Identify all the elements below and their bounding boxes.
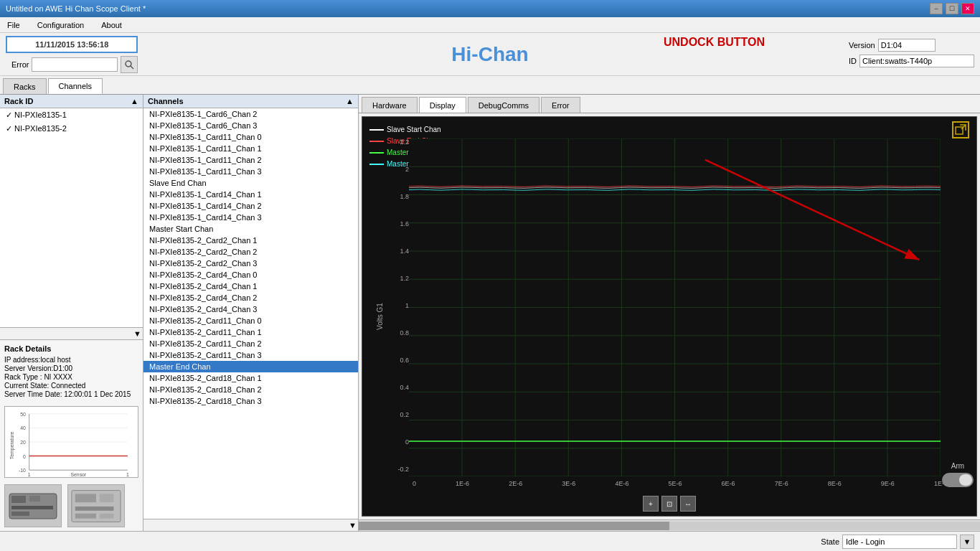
- channel-item[interactable]: NI-PXIe8135-1_Card14_Chan 2: [143, 200, 358, 212]
- svg-text:40: 40: [20, 425, 26, 430]
- rack-detail-2: Rack Type : NI XXXX: [4, 373, 138, 381]
- scope-scrollbar[interactable]: [359, 519, 980, 531]
- svg-rect-28: [75, 513, 96, 518]
- app-title: Hi-Chan: [451, 43, 528, 66]
- rack-id-label: Rack ID: [4, 97, 33, 105]
- svg-rect-21: [29, 496, 40, 501]
- status-dropdown-button[interactable]: ▼: [960, 534, 974, 549]
- channel-item[interactable]: NI-PXIe8135-1_Card6_Chan 2: [143, 108, 358, 120]
- version-input[interactable]: [878, 39, 936, 52]
- channel-item[interactable]: NI-PXIe8135-2_Card11_Chan 2: [143, 338, 358, 349]
- rack-details: Rack Details IP address:local host Serve…: [0, 339, 143, 403]
- pan-button[interactable]: ↔: [680, 496, 696, 512]
- svg-rect-20: [11, 496, 26, 503]
- error-search-button[interactable]: [121, 56, 138, 73]
- channel-item[interactable]: NI-PXIe8135-1_Card14_Chan 3: [143, 212, 358, 223]
- status-bar: State ▼: [0, 531, 980, 551]
- channel-item[interactable]: Slave End Chan: [143, 177, 358, 189]
- channels-list[interactable]: NI-PXIe8135-1_Card6_Chan 2NI-PXIe8135-1_…: [143, 108, 358, 519]
- channels-panel: Channels ▲ NI-PXIe8135-1_Card6_Chan 2NI-…: [143, 95, 358, 531]
- channel-item[interactable]: NI-PXIe8135-2_Card2_Chan 2: [143, 246, 358, 258]
- main-content: Rack ID ▲ ✓ NI-PXIe8135-1 ✓ NI-PXIe8135-…: [0, 95, 980, 531]
- x-axis: 0 1E-6 2E-6 3E-6 4E-6 5E-6 6E-6 7E-6 8E-…: [413, 480, 948, 487]
- svg-point-0: [126, 61, 131, 67]
- rack-scroll-down-icon[interactable]: ▼: [133, 329, 141, 338]
- tab-debugcomms[interactable]: DebugComms: [468, 97, 540, 113]
- svg-rect-27: [75, 506, 114, 510]
- svg-rect-29: [100, 513, 114, 518]
- error-area: Error: [11, 56, 138, 73]
- channel-item[interactable]: NI-PXIe8135-2_Card4_Chan 3: [143, 303, 358, 315]
- channel-item[interactable]: NI-PXIe8135-2_Card11_Chan 3: [143, 349, 358, 361]
- svg-rect-23: [11, 512, 29, 516]
- rack-list[interactable]: ✓ NI-PXIe8135-1 ✓ NI-PXIe8135-2: [0, 108, 143, 328]
- channel-item[interactable]: NI-PXIe8135-2_Card11_Chan 1: [143, 326, 358, 338]
- menu-configuration[interactable]: Configuration: [33, 19, 88, 31]
- channels-label: Channels: [148, 97, 184, 105]
- channel-item[interactable]: NI-PXIe8135-2_Card2_Chan 3: [143, 258, 358, 269]
- arm-toggle[interactable]: [942, 473, 974, 487]
- search-icon: [124, 60, 134, 70]
- channel-item[interactable]: NI-PXIe8135-2_Card11_Chan 0: [143, 315, 358, 326]
- id-label: ID: [849, 57, 857, 65]
- close-button[interactable]: ✕: [961, 3, 974, 14]
- arm-label: Arm: [951, 462, 964, 470]
- rack-item[interactable]: ✓ NI-PXIe8135-2: [0, 122, 143, 136]
- channels-scroll-down-icon[interactable]: ▼: [349, 521, 357, 529]
- rack-item[interactable]: ✓ NI-PXIe8135-1: [0, 108, 143, 122]
- channel-item[interactable]: Master End Chan: [143, 361, 358, 372]
- tab-hardware[interactable]: Hardware: [362, 97, 418, 113]
- scope-toolbar: + ⊡ ↔: [643, 496, 696, 512]
- status-input[interactable]: [842, 534, 957, 549]
- svg-text:1: 1: [126, 472, 129, 477]
- channel-item[interactable]: NI-PXIe8135-2_Card18_Chan 3: [143, 395, 358, 407]
- channel-item[interactable]: NI-PXIe8135-2_Card4_Chan 0: [143, 269, 358, 281]
- arm-section: Arm: [942, 462, 974, 487]
- tab-error[interactable]: Error: [541, 97, 580, 113]
- temperature-chart: 50 40 20 0 -10 1 1 Temper: [4, 406, 138, 478]
- rack-detail-4: Server Time Date: 12:00:01 1 Dec 2015: [4, 390, 138, 398]
- channel-item[interactable]: NI-PXIe8135-1_Card11_Chan 3: [143, 166, 358, 177]
- channels-header: Channels ▲: [143, 95, 358, 108]
- hardware-image-2: [67, 484, 125, 527]
- channel-item[interactable]: NI-PXIe8135-2_Card4_Chan 2: [143, 292, 358, 303]
- sub-tabs: Hardware Display DebugComms Error: [359, 95, 980, 113]
- channel-item[interactable]: NI-PXIe8135-1_Card11_Chan 1: [143, 143, 358, 154]
- undock-button[interactable]: [952, 121, 969, 138]
- zoom-fit-button[interactable]: ⊡: [661, 496, 677, 512]
- channels-scroll-up-icon[interactable]: ▲: [346, 97, 354, 105]
- right-panel: Hardware Display DebugComms Error Slave …: [359, 95, 980, 531]
- undock-annotation: UNDOCK BUTTON: [664, 36, 765, 49]
- menu-file[interactable]: File: [3, 19, 24, 31]
- tab-channels[interactable]: Channels: [48, 78, 103, 94]
- menu-about[interactable]: About: [97, 19, 126, 31]
- svg-rect-25: [75, 494, 96, 502]
- maximize-button[interactable]: ☐: [946, 3, 958, 14]
- tab-racks[interactable]: Racks: [3, 78, 47, 94]
- tab-display[interactable]: Display: [419, 97, 466, 113]
- id-input[interactable]: [859, 55, 974, 67]
- rack-channels-split: Rack ID ▲ ✓ NI-PXIe8135-1 ✓ NI-PXIe8135-…: [0, 95, 358, 531]
- error-label: Error: [11, 60, 29, 69]
- channel-item[interactable]: NI-PXIe8135-1_Card11_Chan 0: [143, 131, 358, 143]
- zoom-in-button[interactable]: +: [643, 496, 659, 512]
- channel-item[interactable]: NI-PXIe8135-2_Card18_Chan 1: [143, 372, 358, 384]
- window-controls: – ☐ ✕: [930, 3, 974, 14]
- channel-item[interactable]: Master Start Chan: [143, 223, 358, 235]
- channel-item[interactable]: NI-PXIe8135-1_Card11_Chan 2: [143, 154, 358, 166]
- svg-rect-26: [100, 494, 114, 502]
- svg-text:1: 1: [28, 472, 31, 477]
- channel-item[interactable]: NI-PXIe8135-2_Card18_Chan 2: [143, 384, 358, 395]
- channel-item[interactable]: NI-PXIe8135-2_Card2_Chan 1: [143, 235, 358, 246]
- error-input[interactable]: [32, 57, 118, 72]
- channel-item[interactable]: NI-PXIe8135-1_Card6_Chan 3: [143, 120, 358, 131]
- legend-label-slave-start: Slave Start Chan: [387, 124, 441, 136]
- legend-color-white: [369, 129, 384, 131]
- minimize-button[interactable]: –: [930, 3, 943, 14]
- channel-item[interactable]: NI-PXIe8135-2_Card4_Chan 1: [143, 281, 358, 292]
- version-area: Version ID: [849, 39, 974, 67]
- svg-text:-10: -10: [19, 468, 26, 473]
- rack-scroll-up-icon[interactable]: ▲: [131, 97, 138, 105]
- y-axis-label: Volts G1: [376, 303, 384, 330]
- channel-item[interactable]: NI-PXIe8135-1_Card14_Chan 1: [143, 189, 358, 200]
